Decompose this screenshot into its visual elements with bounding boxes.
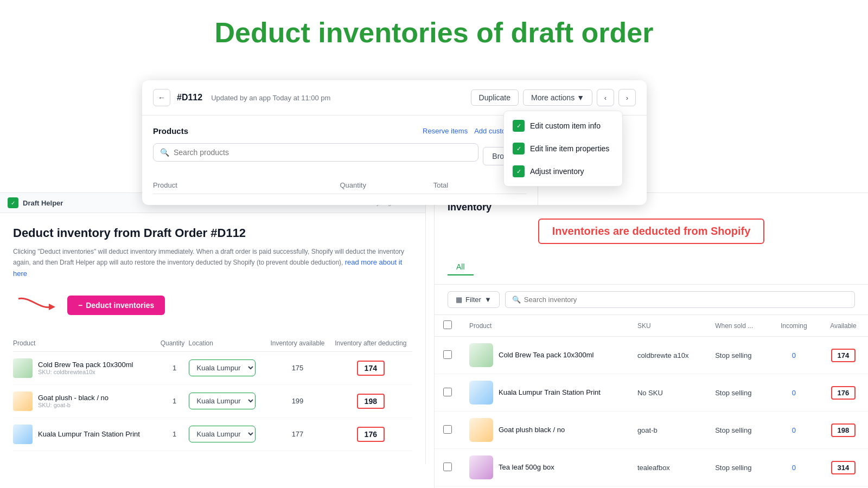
reserve-items-link[interactable]: Reserve items	[423, 127, 468, 135]
dh-heading: Deduct inventory from Draft Order #D112	[13, 226, 412, 240]
draft-helper-icon: ✓	[8, 197, 18, 208]
dh-table-row: Cold Brew Tea pack 10x300ml SKU: coldbre…	[13, 351, 412, 384]
inv-incoming-value: 0	[792, 351, 796, 359]
arrow-icon	[13, 291, 56, 318]
dh-inv-avail-cell: 199	[266, 384, 329, 418]
inv-incoming-cell: 0	[769, 449, 819, 486]
select-all-checkbox[interactable]	[443, 320, 452, 329]
col-location-header: Location	[189, 335, 266, 352]
inv-table-row: Goat plush black / no goat-b Stop sellin…	[435, 412, 868, 449]
inv-row-checkbox-0[interactable]	[443, 350, 452, 359]
dh-product-info: Kuala Lumpur Train Station Print	[13, 425, 161, 444]
inv-available-box: 176	[831, 386, 856, 400]
inv-sku-cell: tealeafbox	[629, 449, 706, 486]
inv-available-cell: 176	[819, 374, 868, 412]
col-inv-when-sold-header: When sold ...	[706, 315, 769, 337]
inv-when-sold-cell: Stop selling	[706, 412, 769, 449]
inv-when-sold-cell: Stop selling	[706, 449, 769, 486]
search-input[interactable]	[174, 148, 471, 157]
next-arrow-button[interactable]: ›	[618, 89, 636, 106]
draft-helper-panel: ✓ Draft Helper by Yagi Software Deduct i…	[0, 192, 426, 464]
inv-table-row: Cold Brew Tea pack 10x300ml coldbrewte a…	[435, 337, 868, 374]
inv-incoming-value: 0	[792, 464, 796, 472]
inv-incoming-cell: 0	[769, 374, 819, 412]
adjust-inv-icon: ✓	[513, 165, 525, 177]
dh-product-sku: SKU: goat-b	[38, 402, 108, 408]
dh-location-select[interactable]: Kuala Lumpur	[189, 359, 256, 376]
inv-product-thumb	[469, 418, 493, 442]
inv-sku-cell: coldbrewte a10x	[629, 337, 706, 374]
dh-location-cell: Kuala Lumpur	[189, 384, 266, 418]
duplicate-button[interactable]: Duplicate	[471, 89, 519, 106]
back-button[interactable]: ←	[153, 89, 170, 106]
dh-location-select[interactable]: Kuala Lumpur	[189, 393, 256, 409]
dh-product-thumb	[13, 425, 33, 444]
dh-qty-cell: 1	[161, 418, 189, 451]
dropdown-adjust-inventory[interactable]: ✓ Adjust inventory	[504, 160, 622, 183]
inv-product-name: Kuala Lumpur Train Station Print	[499, 388, 601, 397]
dh-product-name: Goat plush - black / no	[38, 394, 108, 402]
filter-button[interactable]: ▦ Filter ▼	[448, 291, 500, 308]
order-id: #D112	[177, 93, 202, 102]
inv-product-cell: Cold Brew Tea pack 10x300ml	[461, 337, 629, 374]
minus-icon: −	[78, 301, 82, 310]
dropdown-edit-custom-info[interactable]: ✓ Edit custom item info	[504, 114, 622, 137]
order-meta: Updated by an app Today at 11:00 pm	[211, 94, 330, 102]
inv-row-check	[435, 449, 461, 486]
prev-arrow-button[interactable]: ‹	[597, 89, 614, 106]
arrow-container	[13, 291, 67, 320]
dh-table-row: Goat plush - black / no SKU: goat-b 1 Ku…	[13, 384, 412, 418]
dh-qty-cell: 1	[161, 384, 189, 418]
inv-available-cell: 314	[819, 449, 868, 486]
inventory-tabs: All	[448, 259, 855, 275]
deduct-action-row: − Deduct inventories	[13, 291, 412, 320]
inv-product-info: Tea leaf 500g box	[469, 455, 620, 479]
dh-qty-cell: 1	[161, 351, 189, 384]
inv-table-row: Tea leaf 500g box tealeafbox Stop sellin…	[435, 449, 868, 486]
col-inv-available-header: Available	[819, 315, 868, 337]
dh-inv-after-box: 176	[357, 427, 385, 442]
inv-row-checkbox-1[interactable]	[443, 388, 452, 396]
inv-row-checkbox-2[interactable]	[443, 425, 452, 434]
dh-inv-after-cell: 176	[329, 418, 412, 451]
inventory-filters: ▦ Filter ▼ 🔍	[435, 285, 868, 315]
filter-icon: ▦	[456, 296, 462, 304]
dropdown-edit-line-props[interactable]: ✓ Edit line item properties	[504, 137, 622, 160]
header-actions: Duplicate More actions ▼ ‹ ›	[471, 89, 636, 106]
filter-chevron-icon: ▼	[484, 296, 492, 304]
col-inv-avail-header: Inventory available	[266, 335, 329, 352]
dh-product-thumb	[13, 358, 33, 378]
inv-product-info: Goat plush black / no	[469, 418, 620, 442]
dh-inv-after-cell: 198	[329, 384, 412, 418]
dh-product-details: Goat plush - black / no SKU: goat-b	[38, 394, 108, 408]
tab-all[interactable]: All	[448, 259, 474, 275]
svg-marker-0	[49, 304, 55, 310]
edit-custom-label: Edit custom item info	[530, 121, 601, 130]
inv-product-name: Goat plush black / no	[499, 425, 565, 435]
inventory-search-input[interactable]	[524, 296, 848, 304]
adjust-inv-label: Adjust inventory	[530, 167, 584, 176]
dh-location-select[interactable]: Kuala Lumpur	[189, 426, 256, 442]
inv-available-box: 198	[831, 423, 856, 437]
dh-description: Clicking "Deduct inventories" will deduc…	[13, 247, 412, 280]
inv-incoming-cell: 0	[769, 337, 819, 374]
inv-row-checkbox-3[interactable]	[443, 463, 452, 471]
inv-product-cell: Kuala Lumpur Train Station Print	[461, 374, 629, 412]
inv-product-thumb	[469, 455, 493, 479]
inv-product-thumb	[469, 343, 493, 367]
inv-product-name: Tea leaf 500g box	[499, 463, 554, 472]
more-actions-button[interactable]: More actions ▼	[523, 89, 592, 106]
search-icon: 🔍	[160, 148, 169, 157]
inv-incoming-value: 0	[792, 426, 796, 434]
inv-available-box: 314	[831, 461, 856, 474]
col-inv-incoming-header: Incoming	[769, 315, 819, 337]
table-header: Product Quantity Total	[153, 177, 527, 194]
dh-inv-after-box: 174	[357, 361, 385, 376]
inv-product-info: Cold Brew Tea pack 10x300ml	[469, 343, 620, 367]
inv-product-cell: Tea leaf 500g box	[461, 449, 629, 486]
page-title: Deduct inventories of draft order	[0, 0, 868, 60]
deduct-inventories-button[interactable]: − Deduct inventories	[67, 296, 165, 315]
deducted-banner-text: Inventories are deducted from Shopify	[552, 225, 751, 237]
edit-line-icon: ✓	[513, 143, 525, 155]
search-bar: 🔍	[153, 143, 478, 162]
